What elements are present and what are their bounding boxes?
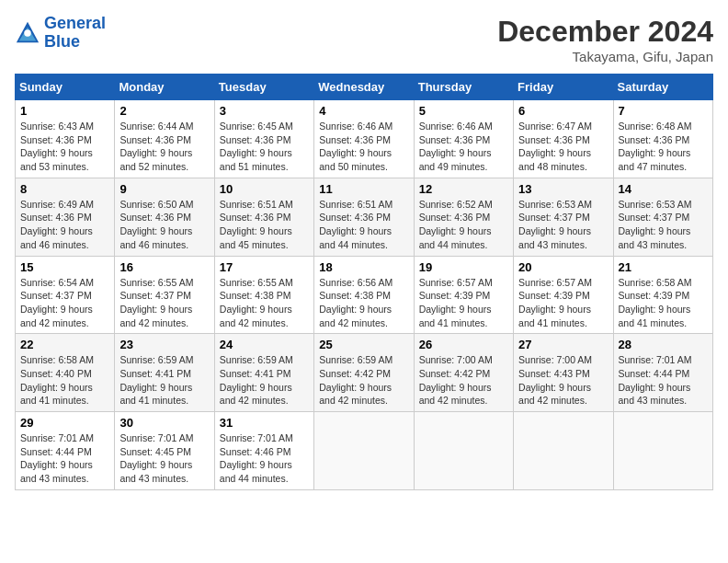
calendar-day-cell: 19 Sunrise: 6:57 AM Sunset: 4:39 PM Dayl… bbox=[414, 256, 513, 334]
weekday-header: Monday bbox=[115, 75, 214, 100]
calendar-day-cell: 26 Sunrise: 7:00 AM Sunset: 4:42 PM Dayl… bbox=[414, 334, 513, 412]
calendar-day-cell: 15 Sunrise: 6:54 AM Sunset: 4:37 PM Dayl… bbox=[16, 256, 115, 334]
day-info: Sunrise: 6:59 AM Sunset: 4:42 PM Dayligh… bbox=[319, 353, 408, 408]
calendar-header-row: SundayMondayTuesdayWednesdayThursdayFrid… bbox=[16, 75, 713, 100]
day-info: Sunrise: 7:01 AM Sunset: 4:44 PM Dayligh… bbox=[619, 353, 708, 408]
day-number: 14 bbox=[619, 182, 708, 196]
day-info: Sunrise: 6:46 AM Sunset: 4:36 PM Dayligh… bbox=[319, 120, 408, 174]
day-info: Sunrise: 6:44 AM Sunset: 4:36 PM Dayligh… bbox=[119, 120, 209, 174]
day-info: Sunrise: 6:58 AM Sunset: 4:40 PM Dayligh… bbox=[20, 353, 109, 408]
calendar-day-cell: 18 Sunrise: 6:56 AM Sunset: 4:38 PM Dayl… bbox=[314, 256, 414, 334]
day-info: Sunrise: 7:01 AM Sunset: 4:45 PM Dayligh… bbox=[119, 431, 209, 486]
calendar-day-cell: 8 Sunrise: 6:49 AM Sunset: 4:36 PM Dayli… bbox=[16, 178, 115, 256]
calendar-day-cell: 16 Sunrise: 6:55 AM Sunset: 4:37 PM Dayl… bbox=[115, 256, 214, 334]
day-number: 18 bbox=[319, 260, 408, 274]
calendar-day-cell: 31 Sunrise: 7:01 AM Sunset: 4:46 PM Dayl… bbox=[214, 412, 313, 490]
day-info: Sunrise: 6:47 AM Sunset: 4:36 PM Dayligh… bbox=[518, 120, 608, 174]
weekday-header: Thursday bbox=[414, 75, 513, 100]
day-number: 8 bbox=[20, 182, 109, 196]
calendar-day-cell: 24 Sunrise: 6:59 AM Sunset: 4:41 PM Dayl… bbox=[214, 334, 313, 412]
weekday-header: Tuesday bbox=[214, 75, 313, 100]
day-number: 31 bbox=[220, 416, 309, 430]
day-info: Sunrise: 6:54 AM Sunset: 4:37 PM Dayligh… bbox=[20, 276, 109, 330]
day-number: 12 bbox=[419, 182, 508, 196]
calendar-day-cell: 3 Sunrise: 6:45 AM Sunset: 4:36 PM Dayli… bbox=[214, 100, 313, 178]
day-number: 17 bbox=[220, 260, 309, 274]
calendar-day-cell: 5 Sunrise: 6:46 AM Sunset: 4:36 PM Dayli… bbox=[414, 100, 513, 178]
day-info: Sunrise: 6:53 AM Sunset: 4:37 PM Dayligh… bbox=[518, 198, 608, 252]
day-info: Sunrise: 6:53 AM Sunset: 4:37 PM Dayligh… bbox=[619, 198, 708, 252]
page-header: General Blue December 2024 Takayama, Gif… bbox=[15, 15, 713, 64]
day-number: 19 bbox=[419, 260, 508, 274]
calendar-day-cell: 1 Sunrise: 6:43 AM Sunset: 4:36 PM Dayli… bbox=[16, 100, 115, 178]
weekday-header: Wednesday bbox=[314, 75, 414, 100]
day-info: Sunrise: 7:00 AM Sunset: 4:42 PM Dayligh… bbox=[419, 353, 508, 408]
calendar-day-cell: 23 Sunrise: 6:59 AM Sunset: 4:41 PM Dayl… bbox=[115, 334, 214, 412]
day-number: 30 bbox=[119, 416, 209, 430]
calendar-day-cell: 12 Sunrise: 6:52 AM Sunset: 4:36 PM Dayl… bbox=[414, 178, 513, 256]
logo-icon bbox=[15, 20, 40, 46]
calendar-day-cell bbox=[514, 412, 613, 490]
day-number: 9 bbox=[119, 182, 209, 196]
day-number: 24 bbox=[220, 338, 309, 351]
day-number: 28 bbox=[619, 338, 708, 351]
calendar-week-row: 8 Sunrise: 6:49 AM Sunset: 4:36 PM Dayli… bbox=[16, 178, 713, 256]
calendar-week-row: 1 Sunrise: 6:43 AM Sunset: 4:36 PM Dayli… bbox=[16, 100, 713, 178]
day-number: 7 bbox=[619, 104, 708, 118]
weekday-header: Friday bbox=[514, 75, 613, 100]
day-number: 10 bbox=[220, 182, 309, 196]
logo: General Blue bbox=[15, 15, 106, 52]
calendar-day-cell: 20 Sunrise: 6:57 AM Sunset: 4:39 PM Dayl… bbox=[514, 256, 613, 334]
day-info: Sunrise: 6:43 AM Sunset: 4:36 PM Dayligh… bbox=[20, 120, 109, 174]
day-number: 2 bbox=[119, 104, 209, 118]
day-info: Sunrise: 6:59 AM Sunset: 4:41 PM Dayligh… bbox=[220, 353, 309, 408]
day-info: Sunrise: 6:46 AM Sunset: 4:36 PM Dayligh… bbox=[419, 120, 508, 174]
day-info: Sunrise: 6:58 AM Sunset: 4:39 PM Dayligh… bbox=[619, 276, 708, 330]
day-info: Sunrise: 6:52 AM Sunset: 4:36 PM Dayligh… bbox=[419, 198, 508, 252]
logo-text: General Blue bbox=[44, 15, 106, 52]
day-info: Sunrise: 6:51 AM Sunset: 4:36 PM Dayligh… bbox=[319, 198, 408, 252]
day-info: Sunrise: 6:57 AM Sunset: 4:39 PM Dayligh… bbox=[518, 276, 608, 330]
day-number: 3 bbox=[220, 104, 309, 118]
day-info: Sunrise: 6:55 AM Sunset: 4:37 PM Dayligh… bbox=[119, 276, 209, 330]
calendar-day-cell: 21 Sunrise: 6:58 AM Sunset: 4:39 PM Dayl… bbox=[613, 256, 712, 334]
calendar-day-cell: 29 Sunrise: 7:01 AM Sunset: 4:44 PM Dayl… bbox=[16, 412, 115, 490]
month-title: December 2024 bbox=[497, 15, 713, 49]
day-number: 4 bbox=[319, 104, 408, 118]
day-number: 27 bbox=[518, 338, 608, 351]
day-number: 25 bbox=[319, 338, 408, 351]
calendar-day-cell: 9 Sunrise: 6:50 AM Sunset: 4:36 PM Dayli… bbox=[115, 178, 214, 256]
day-info: Sunrise: 6:48 AM Sunset: 4:36 PM Dayligh… bbox=[619, 120, 708, 174]
calendar-week-row: 22 Sunrise: 6:58 AM Sunset: 4:40 PM Dayl… bbox=[16, 334, 713, 412]
calendar-day-cell: 4 Sunrise: 6:46 AM Sunset: 4:36 PM Dayli… bbox=[314, 100, 414, 178]
title-block: December 2024 Takayama, Gifu, Japan bbox=[497, 15, 713, 64]
calendar-day-cell: 28 Sunrise: 7:01 AM Sunset: 4:44 PM Dayl… bbox=[613, 334, 712, 412]
svg-point-2 bbox=[24, 29, 30, 36]
calendar-day-cell: 17 Sunrise: 6:55 AM Sunset: 4:38 PM Dayl… bbox=[214, 256, 313, 334]
day-info: Sunrise: 6:50 AM Sunset: 4:36 PM Dayligh… bbox=[119, 198, 209, 252]
day-number: 16 bbox=[119, 260, 209, 274]
day-info: Sunrise: 6:57 AM Sunset: 4:39 PM Dayligh… bbox=[419, 276, 508, 330]
calendar-day-cell: 11 Sunrise: 6:51 AM Sunset: 4:36 PM Dayl… bbox=[314, 178, 414, 256]
day-number: 13 bbox=[518, 182, 608, 196]
day-info: Sunrise: 7:01 AM Sunset: 4:44 PM Dayligh… bbox=[20, 431, 109, 486]
day-number: 23 bbox=[119, 338, 209, 351]
calendar-week-row: 29 Sunrise: 7:01 AM Sunset: 4:44 PM Dayl… bbox=[16, 412, 713, 490]
day-number: 1 bbox=[20, 104, 109, 118]
calendar-day-cell: 14 Sunrise: 6:53 AM Sunset: 4:37 PM Dayl… bbox=[613, 178, 712, 256]
calendar-day-cell: 6 Sunrise: 6:47 AM Sunset: 4:36 PM Dayli… bbox=[514, 100, 613, 178]
day-info: Sunrise: 7:01 AM Sunset: 4:46 PM Dayligh… bbox=[220, 431, 309, 486]
calendar-day-cell: 13 Sunrise: 6:53 AM Sunset: 4:37 PM Dayl… bbox=[514, 178, 613, 256]
day-number: 22 bbox=[20, 338, 109, 351]
day-info: Sunrise: 7:00 AM Sunset: 4:43 PM Dayligh… bbox=[518, 353, 608, 408]
calendar-day-cell: 27 Sunrise: 7:00 AM Sunset: 4:43 PM Dayl… bbox=[514, 334, 613, 412]
calendar-day-cell: 7 Sunrise: 6:48 AM Sunset: 4:36 PM Dayli… bbox=[613, 100, 712, 178]
day-number: 20 bbox=[518, 260, 608, 274]
day-info: Sunrise: 6:56 AM Sunset: 4:38 PM Dayligh… bbox=[319, 276, 408, 330]
day-info: Sunrise: 6:49 AM Sunset: 4:36 PM Dayligh… bbox=[20, 198, 109, 252]
day-info: Sunrise: 6:55 AM Sunset: 4:38 PM Dayligh… bbox=[220, 276, 309, 330]
day-number: 11 bbox=[319, 182, 408, 196]
calendar-table: SundayMondayTuesdayWednesdayThursdayFrid… bbox=[15, 74, 713, 490]
calendar-day-cell: 10 Sunrise: 6:51 AM Sunset: 4:36 PM Dayl… bbox=[214, 178, 313, 256]
day-number: 29 bbox=[20, 416, 109, 430]
